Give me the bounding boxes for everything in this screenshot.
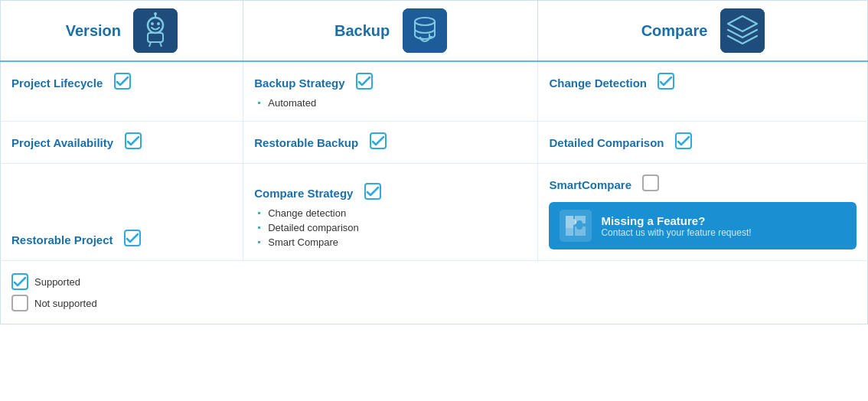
compare-feature-2-label: Detailed Comparison <box>549 136 664 149</box>
version-feature-1-check <box>114 73 131 93</box>
legend-supported-label: Supported <box>34 276 80 288</box>
feature-row-3: Restorable Project Compare Strategy Chan… <box>1 164 868 261</box>
missing-feature-subtitle: Contact us with your feature request! <box>601 227 751 238</box>
version-feature-3-check <box>124 230 141 249</box>
version-feature-2-check <box>125 132 142 152</box>
version-feature-2-label: Project Availability <box>11 136 113 149</box>
version-feature-1-label: Project Lifecycle <box>11 77 103 90</box>
compare-feature-3-check <box>642 174 659 194</box>
compare-feature-1: Change Detection <box>538 61 868 122</box>
svg-rect-21 <box>643 175 658 191</box>
backup-feature-3-label: Compare Strategy <box>254 187 353 200</box>
compare-feature-1-check <box>658 73 674 93</box>
compare-feature-1-label: Change Detection <box>549 77 647 90</box>
version-feature-3: Restorable Project <box>1 164 243 261</box>
legend-cell: Supported Not supported <box>1 261 243 324</box>
version-header: Version <box>1 1 243 62</box>
compare-feature-2: Detailed Comparison <box>538 122 868 164</box>
backup-feature-2: Restorable Backup <box>243 122 538 164</box>
backup-feature-3-sublist: Change detection Detailed comparison Sma… <box>257 206 527 249</box>
compare-header: Compare <box>538 1 868 62</box>
table-header: Version <box>1 1 868 62</box>
legend-row: Supported Not supported <box>1 261 868 324</box>
puzzle-icon <box>560 210 592 242</box>
backup-feature-3-sub-2: Detailed comparison <box>257 220 527 235</box>
legend-not-supported-label: Not supported <box>34 298 97 309</box>
legend-not-supported-icon <box>11 295 28 311</box>
backup-header-title: Backup <box>334 22 390 40</box>
feature-row-1: Project Lifecycle Backup Strategy Automa… <box>1 61 868 122</box>
compare-feature-3-cell: SmartCompare <box>538 164 868 261</box>
missing-feature-button[interactable]: Missing a Feature? Contact us with your … <box>549 202 857 249</box>
compare-feature-2-check <box>675 132 692 152</box>
missing-feature-title: Missing a Feature? <box>601 214 751 227</box>
legend-empty-backup <box>243 261 538 324</box>
version-icon <box>133 8 178 53</box>
backup-feature-1-label: Backup Strategy <box>254 77 344 90</box>
svg-point-2 <box>151 22 154 25</box>
backup-feature-3-check <box>364 183 381 203</box>
version-feature-3-label: Restorable Project <box>11 233 113 246</box>
svg-point-5 <box>154 12 157 15</box>
svg-point-3 <box>157 22 160 25</box>
version-feature-2: Project Availability <box>1 122 243 164</box>
backup-feature-1-check <box>356 73 373 93</box>
version-feature-1: Project Lifecycle <box>1 61 243 122</box>
backup-feature-2-check <box>370 132 387 152</box>
compare-icon <box>720 8 765 53</box>
legend-empty-compare <box>538 261 868 324</box>
backup-feature-1-sub-1: Automated <box>257 96 527 110</box>
backup-feature-1-sublist: Automated <box>257 96 527 110</box>
legend-not-supported: Not supported <box>11 295 233 311</box>
version-header-title: Version <box>66 22 121 40</box>
svg-rect-22 <box>560 210 592 242</box>
compare-header-title: Compare <box>641 22 708 40</box>
svg-rect-9 <box>403 8 447 53</box>
backup-feature-3: Compare Strategy Change detection Detail… <box>243 164 538 261</box>
backup-header: Backup <box>243 1 538 62</box>
backup-icon <box>403 8 447 53</box>
feature-row-2: Project Availability Restorable Backup D… <box>1 122 868 164</box>
backup-feature-3-sub-3: Smart Compare <box>257 235 527 249</box>
backup-feature-1: Backup Strategy Automated <box>243 61 538 122</box>
compare-feature-3-label: SmartCompare <box>549 178 631 191</box>
backup-feature-3-sub-1: Change detection <box>257 206 527 220</box>
svg-rect-24 <box>12 295 28 311</box>
legend-supported: Supported <box>11 273 233 290</box>
backup-feature-2-label: Restorable Backup <box>254 136 358 149</box>
missing-feature-text: Missing a Feature? Contact us with your … <box>601 214 751 238</box>
legend-supported-icon <box>11 273 28 290</box>
